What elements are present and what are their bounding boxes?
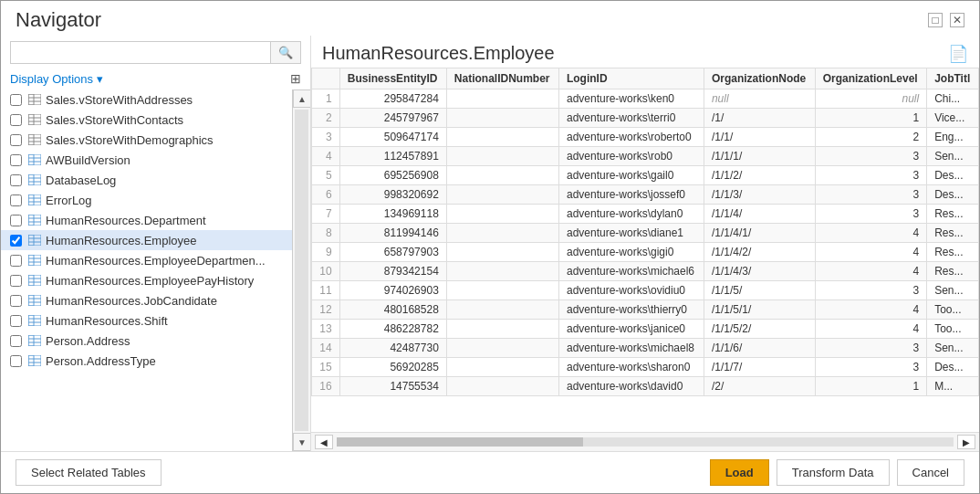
table-icon-el xyxy=(27,353,42,368)
cell-org-node: null xyxy=(704,89,815,109)
list-item[interactable]: HumanResources.Employee xyxy=(1,230,292,250)
svg-rect-36 xyxy=(28,275,41,286)
cell-business-entity-id: 112457891 xyxy=(339,147,446,166)
row-number: 16 xyxy=(312,377,340,396)
cell-national-id xyxy=(446,109,558,128)
list-item[interactable]: Sales.vStoreWithAddresses xyxy=(1,89,292,110)
cell-job-title: Vice... xyxy=(927,109,979,128)
cell-login-id: adventure-works\thierry0 xyxy=(558,300,704,320)
cell-login-id: adventure-works\david0 xyxy=(558,377,704,396)
cell-org-node: /2/ xyxy=(704,377,815,396)
list-item-checkbox[interactable] xyxy=(10,134,22,146)
table-col-header: JobTitl xyxy=(927,68,979,89)
list-item-label: AWBuildVersion xyxy=(46,153,130,167)
cell-login-id: adventure-works\dylan0 xyxy=(558,205,704,224)
title-bar: Navigator □ ✕ xyxy=(1,1,979,36)
cell-national-id xyxy=(446,281,558,300)
table-icon-el xyxy=(27,193,42,207)
list-item-label: Sales.vStoreWithContacts xyxy=(46,113,183,127)
right-panel: HumanResources.Employee 📄 BusinessEntity… xyxy=(311,36,979,451)
list-item-checkbox[interactable] xyxy=(10,255,22,267)
list-item[interactable]: Person.Address xyxy=(1,331,292,351)
select-related-tables-button[interactable]: Select Related Tables xyxy=(16,459,162,486)
cell-login-id: adventure-works\ovidiu0 xyxy=(558,281,704,300)
cell-business-entity-id: 56920285 xyxy=(339,358,446,377)
load-button[interactable]: Load xyxy=(710,459,769,486)
list-item[interactable]: Sales.vStoreWithContacts xyxy=(1,110,292,130)
cell-national-id xyxy=(446,300,558,320)
scroll-down-button[interactable]: ▼ xyxy=(293,433,310,451)
list-item[interactable]: Person.AddressType xyxy=(1,351,292,371)
table-col-header: BusinessEntityID xyxy=(339,68,446,89)
scroll-up-button[interactable]: ▲ xyxy=(293,89,310,108)
list-item-checkbox[interactable] xyxy=(10,335,22,347)
svg-rect-24 xyxy=(28,215,41,226)
cell-job-title: Res... xyxy=(927,262,979,281)
list-item-checkbox[interactable] xyxy=(10,235,22,247)
cell-login-id: adventure-works\gail0 xyxy=(558,166,704,185)
svg-rect-49 xyxy=(28,335,34,346)
cell-job-title: Sen... xyxy=(927,281,979,300)
svg-rect-1 xyxy=(28,94,34,105)
list-item[interactable]: ErrorLog xyxy=(1,190,292,210)
list-item-checkbox[interactable] xyxy=(10,215,22,226)
list-item-label: HumanResources.JobCandidate xyxy=(46,294,217,308)
cancel-button[interactable]: Cancel xyxy=(897,459,964,486)
cell-org-level: 3 xyxy=(815,281,926,300)
search-bar: 🔍 xyxy=(10,41,301,64)
transform-data-button[interactable]: Transform Data xyxy=(777,459,890,486)
svg-rect-29 xyxy=(28,235,34,246)
list-item-checkbox[interactable] xyxy=(10,315,22,327)
search-icon[interactable]: 🔍 xyxy=(270,42,300,63)
scroll-right-button[interactable]: ▶ xyxy=(957,435,975,449)
minimize-button[interactable]: □ xyxy=(928,13,943,27)
table-icon-el xyxy=(27,313,42,328)
cell-business-entity-id: 245797967 xyxy=(339,109,446,128)
data-table-container[interactable]: BusinessEntityIDNationalIDNumberLoginIDO… xyxy=(311,68,979,432)
export-icon[interactable]: 📄 xyxy=(948,44,968,64)
cell-org-level: 1 xyxy=(815,109,926,128)
list-item-checkbox[interactable] xyxy=(10,355,22,367)
cell-national-id xyxy=(446,224,558,243)
list-item-checkbox[interactable] xyxy=(10,154,22,166)
list-item-label: DatabaseLog xyxy=(46,173,116,187)
list-item-checkbox[interactable] xyxy=(10,295,22,307)
table-icon-el xyxy=(27,333,42,348)
table-icon-el xyxy=(27,293,42,308)
list-item[interactable]: Sales.vStoreWithDemographics xyxy=(1,130,292,150)
cell-national-id xyxy=(446,89,558,109)
display-options-button[interactable]: Display Options ▾ xyxy=(10,72,103,86)
list-item[interactable]: HumanResources.EmployeePayHistory xyxy=(1,270,292,290)
list-item-checkbox[interactable] xyxy=(10,94,22,106)
list-item-checkbox[interactable] xyxy=(10,275,22,287)
svg-rect-33 xyxy=(28,255,34,266)
cell-org-level: 4 xyxy=(815,262,926,281)
cell-org-node: /1/1/5/1/ xyxy=(704,300,815,320)
view-options-icon[interactable]: ⊞ xyxy=(290,71,301,86)
close-button[interactable]: ✕ xyxy=(950,13,964,27)
cell-national-id xyxy=(446,262,558,281)
list-item[interactable]: AWBuildVersion xyxy=(1,150,292,170)
row-number: 12 xyxy=(312,300,340,320)
list-item-checkbox[interactable] xyxy=(10,174,22,186)
list-item[interactable]: HumanResources.Shift xyxy=(1,310,292,331)
list-item-checkbox[interactable] xyxy=(10,114,22,126)
cell-org-level: null xyxy=(815,89,926,109)
scroll-left-button[interactable]: ◀ xyxy=(315,435,333,449)
table-row: 6998320692adventure-works\jossef0/1/1/3/… xyxy=(312,185,979,205)
cell-org-level: 3 xyxy=(815,147,926,166)
search-input[interactable] xyxy=(11,42,270,63)
list-item[interactable]: HumanResources.JobCandidate xyxy=(1,290,292,310)
row-number: 8 xyxy=(312,224,340,243)
list-item[interactable]: HumanResources.Department xyxy=(1,210,292,230)
cell-login-id: adventure-works\ken0 xyxy=(558,89,704,109)
list-item[interactable]: DatabaseLog xyxy=(1,170,292,190)
table-icon-el xyxy=(27,173,42,187)
left-panel: 🔍 Display Options ▾ ⊞ Sales.vStoreWithAd… xyxy=(1,36,311,451)
table-row: 10879342154adventure-works\michael6/1/1/… xyxy=(312,262,979,281)
cell-login-id: adventure-works\roberto0 xyxy=(558,128,704,147)
list-item-checkbox[interactable] xyxy=(10,194,22,206)
cell-org-node: /1/1/1/ xyxy=(704,147,815,166)
cell-job-title: Des... xyxy=(927,185,979,205)
list-item[interactable]: HumanResources.EmployeeDepartmen... xyxy=(1,250,292,270)
